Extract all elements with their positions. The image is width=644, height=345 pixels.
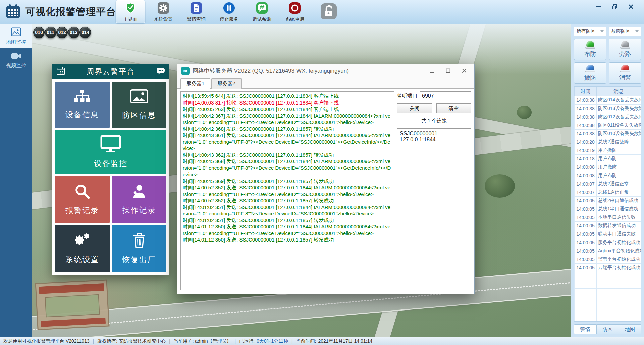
log-line: 时间[14:00:43 362] 发送: SSJC00000001 [127.0… [183, 152, 392, 158]
app-root: 可视化报警管理平台 主界面 [0, 0, 644, 345]
pause-icon [223, 2, 235, 15]
launcher-header: 周界云警平台 [52, 64, 169, 79]
nav-label: 主界面 [123, 16, 138, 22]
table-row[interactable]: 14:00:05联动串口通信失败 [575, 230, 641, 238]
nav-alarm-query[interactable]: 警情查询 [181, 0, 211, 23]
siren-green-icon [585, 41, 595, 49]
nav-debug-help[interactable]: 调试帮助 [247, 0, 277, 23]
log-line: 时间[14:00:05 263] 发送: SSJC00000001 [127.0… [183, 106, 392, 113]
minimize-icon[interactable] [596, 4, 602, 9]
tab-server2[interactable]: 服务器2 [211, 78, 241, 89]
connection-list[interactable]: SSJC00000001 127.0.0.1:1844 [397, 128, 471, 290]
map-marker[interactable]: 010 [33, 27, 45, 38]
log-line: 时间[14:01:02 351] 发送: SSJC00000001 [127.0… [183, 217, 392, 224]
map-marker[interactable]: 013 [68, 27, 79, 38]
close-icon[interactable] [628, 4, 634, 9]
alarm-panel-tabs: 警情 防区 地图 [574, 324, 641, 334]
lock-toggle[interactable] [320, 3, 337, 21]
tile-operation-records[interactable]: 操作记录 [112, 176, 167, 223]
tile-alarm-records[interactable]: 报警记录 [55, 176, 110, 223]
nav-system-restart[interactable]: 系统重启 [280, 0, 310, 23]
sidebar-item-video-monitor[interactable]: 视频监控 [0, 48, 32, 72]
server-tab-content: 时间[13:59:45 644] 发送: SSJC00000001 [127.0… [177, 89, 474, 294]
tile-device-info[interactable]: 设备信息 [55, 82, 110, 128]
trash-icon [132, 232, 146, 251]
table-row[interactable]: 14:00:05云端平台初始化成功 [575, 264, 641, 272]
close-server-button[interactable]: 关闭 [397, 104, 432, 113]
nav-system-settings[interactable]: 系统设置 [149, 0, 178, 23]
clear-log-button[interactable]: 清空 [436, 104, 471, 113]
table-row[interactable]: 14:00:38防区011设备丢失故障 [575, 121, 641, 130]
separator: | [234, 339, 236, 344]
nav-stop-service[interactable]: 停止服务 [214, 0, 244, 23]
zone-filter-select[interactable]: 所有防区 [574, 27, 606, 36]
server-window-titlebar[interactable]: 网络中转服务器 V2022 (QQ: 517216493 WX: feiyang… [177, 64, 474, 77]
table-row[interactable]: 14:00:05服务平台初始化成功 [575, 238, 641, 247]
close-icon[interactable] [462, 68, 467, 73]
nav-main-screen[interactable]: 主界面 [116, 0, 145, 23]
table-row[interactable]: 14:00:19用户撤防 [575, 146, 641, 155]
server-tabs: 服务器1 服务器2 [177, 77, 474, 89]
fault-zone-select[interactable]: 故障防区 [609, 27, 641, 36]
monitor-icon [100, 135, 121, 154]
status-time-label: 当前时间: [296, 338, 316, 344]
map-marker[interactable]: 011 [45, 27, 56, 38]
table-row[interactable]: 14:00:08用户布防 [575, 171, 641, 180]
unlock-icon [320, 3, 337, 21]
tab-map[interactable]: 地图 [619, 324, 641, 334]
arm-button[interactable]: 布防 [574, 39, 606, 60]
table-row[interactable]: 14:00:20总线2通信故障 [575, 138, 641, 146]
table-row[interactable]: 14:00:05总线2串口通信成功 [575, 197, 641, 205]
tab-server1[interactable]: 服务器1 [180, 78, 210, 89]
restore-icon[interactable] [612, 4, 618, 9]
log-line: 时间[14:01:02 351] 发送: SSJC00000001 [127.0… [183, 204, 392, 217]
connection-count: 共 1 个连接 [397, 116, 471, 125]
table-row[interactable]: 14:00:38防区010设备丢失故障 [575, 130, 641, 138]
table-row[interactable]: 14:00:18用户布防 [575, 155, 641, 163]
image-icon [11, 27, 21, 37]
table-row[interactable]: 14:00:05数据转发通信成功 [575, 222, 641, 230]
disarm-button[interactable]: 撤防 [574, 62, 606, 84]
table-row[interactable]: 14:00:05监管平台初始化成功 [575, 255, 641, 264]
siren-gray-icon [620, 41, 630, 49]
table-row[interactable]: 14:00:05Agbox平台初始化成功 [575, 247, 641, 255]
tile-factory-reset[interactable]: 恢复出厂 [112, 225, 167, 272]
sidebar-item-label: 视频监控 [6, 62, 26, 69]
bypass-button[interactable]: 旁路 [609, 39, 641, 60]
log-line: 时间[14:00:52 352] 发送: SSJC00000001 [127.0… [183, 184, 392, 197]
table-row[interactable]: 14:00:38防区014设备丢失故障 [575, 96, 641, 105]
table-row[interactable]: 14:00:05总线1串口通信成功 [575, 205, 641, 213]
server-log[interactable]: 时间[13:59:45 644] 发送: SSJC00000001 [127.0… [180, 91, 394, 290]
table-row[interactable]: 14:00:07总线2通信正常 [575, 180, 641, 188]
separator: | [291, 339, 293, 344]
tab-alarms[interactable]: 警情 [574, 324, 597, 334]
table-row[interactable]: 14:00:38防区013设备丢失故障 [575, 105, 641, 113]
map-marker[interactable]: 012 [56, 27, 68, 38]
tile-system-settings[interactable]: 系统设置 [55, 225, 110, 272]
map-canvas[interactable]: 010011012013014 周界云警平台 [32, 24, 571, 337]
connection-item[interactable]: SSJC00000001 127.0.0.1:1844 [400, 130, 468, 143]
maximize-icon[interactable] [445, 68, 451, 73]
silence-alarm-button[interactable]: 消警 [609, 62, 641, 84]
table-row[interactable]: 14:00:38防区012设备丢失故障 [575, 113, 641, 121]
tab-zones[interactable]: 防区 [597, 324, 619, 334]
main-area: 地图监控 视频监控 [0, 24, 644, 337]
chat-bubble-icon[interactable] [156, 67, 165, 76]
chevron-down-icon [600, 30, 604, 32]
toolbar-nav: 主界面 系统设置 [116, 0, 337, 23]
shield-icon [124, 2, 137, 15]
table-row[interactable]: 14:00:07总线1通信正常 [575, 188, 641, 197]
app-title: 可视化报警管理平台 [25, 5, 116, 19]
tile-label: 操作记录 [122, 205, 156, 215]
map-trees [517, 106, 532, 119]
table-row[interactable]: 14:00:05本地串口通信失败 [575, 213, 641, 222]
status-current-user: 当前用户: admin【管理员】 [174, 338, 231, 344]
listen-port-input[interactable] [420, 91, 471, 100]
table-row[interactable]: 14:00:08用户撤防 [575, 163, 641, 171]
tile-device-monitor[interactable]: 设备监控 [55, 130, 166, 174]
minimize-icon[interactable] [429, 68, 435, 73]
map-marker[interactable]: 014 [79, 27, 91, 38]
tile-label: 设备信息 [65, 110, 99, 120]
tile-zone-info[interactable]: 防区信息 [112, 82, 167, 128]
sidebar-item-map-monitor[interactable]: 地图监控 [0, 24, 32, 48]
